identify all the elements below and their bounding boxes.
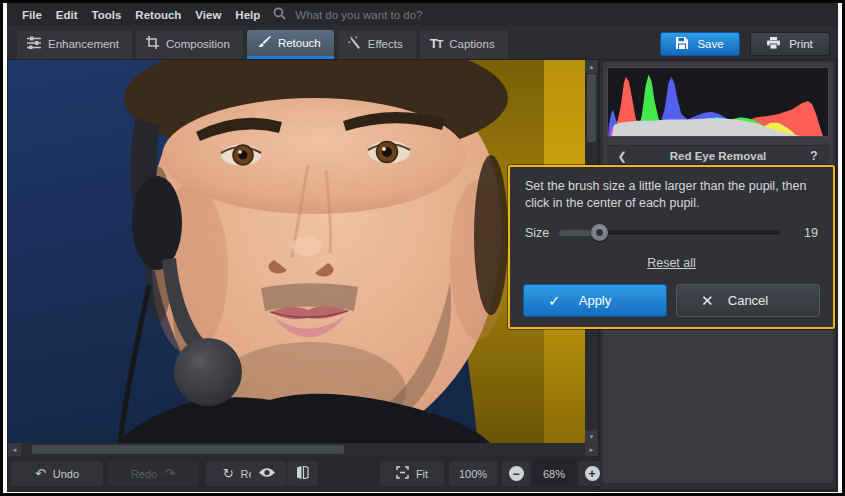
menu-help[interactable]: Help	[228, 9, 267, 21]
undo-label: Undo	[53, 468, 79, 480]
vertical-scroll-thumb[interactable]	[587, 74, 596, 142]
menu-tools[interactable]: Tools	[85, 9, 129, 21]
size-label: Size	[525, 226, 549, 240]
tab-label: Effects	[368, 38, 403, 50]
tab-retouch[interactable]: Retouch	[247, 30, 334, 59]
scroll-left-arrow[interactable]: ◄	[8, 443, 21, 456]
undo-button[interactable]: ↶ Undo	[11, 461, 103, 486]
search-icon	[273, 6, 286, 24]
help-icon[interactable]: ?	[799, 149, 829, 163]
reset-icon: ↻	[223, 467, 234, 480]
menu-view[interactable]: View	[188, 9, 228, 21]
preview-original-button[interactable]	[251, 461, 282, 486]
tab-label: Enhancement	[48, 38, 119, 50]
menu-retouch[interactable]: Retouch	[128, 9, 188, 21]
floppy-icon	[676, 37, 688, 51]
reset-all-link[interactable]: Reset all	[647, 256, 696, 270]
print-label: Print	[789, 38, 813, 50]
menu-file[interactable]: File	[15, 9, 49, 21]
redo-label: Redo	[131, 468, 157, 480]
printer-icon	[767, 37, 780, 51]
close-icon: ✕	[701, 292, 714, 310]
print-button[interactable]: Print	[750, 32, 830, 56]
size-slider-handle[interactable]	[591, 224, 608, 241]
size-value: 19	[790, 226, 818, 240]
crop-icon	[146, 36, 159, 51]
check-icon: ✓	[548, 292, 561, 310]
minus-icon: −	[509, 466, 524, 481]
top-actions: Save Print	[660, 26, 838, 59]
before-after-button[interactable]	[287, 461, 318, 486]
scroll-down-arrow[interactable]: ▼	[585, 430, 598, 443]
tool-panel-header: ❮ Red Eye Removal ?	[607, 145, 829, 167]
red-eye-removal-panel: Set the brush size a little larger than …	[508, 165, 835, 329]
rgb-histogram	[608, 68, 828, 136]
fit-label: Fit	[416, 468, 428, 480]
menu-edit[interactable]: Edit	[49, 9, 85, 21]
horizontal-scrollbar[interactable]: ◄ ►	[8, 443, 598, 456]
window-frame: File Edit Tools Retouch View Help Enhanc…	[3, 3, 842, 493]
bottom-toolbar: ↶ Undo Redo ↷ ↻ Reset	[8, 456, 598, 492]
sliders-icon	[27, 36, 41, 51]
fit-button[interactable]: Fit	[380, 461, 444, 486]
tool-title: Red Eye Removal	[637, 150, 799, 162]
cancel-label: Cancel	[728, 293, 768, 308]
instruction-text: Set the brush size a little larger than …	[510, 167, 833, 211]
tab-effects[interactable]: Effects	[338, 30, 416, 59]
tab-label: Captions	[449, 38, 494, 50]
photo-canvas[interactable]	[8, 60, 585, 443]
tab-captions[interactable]: TT Captions	[420, 30, 508, 59]
menubar: File Edit Tools Retouch View Help	[7, 3, 838, 26]
eye-icon	[259, 467, 275, 480]
horizontal-scroll-thumb[interactable]	[32, 445, 344, 454]
cancel-button[interactable]: ✕ Cancel	[676, 284, 820, 317]
search-box	[273, 3, 838, 26]
zoom-100-label: 100%	[459, 468, 487, 480]
zoom-level-display: 68%	[533, 461, 575, 486]
window-content: File Edit Tools Retouch View Help Enhanc…	[7, 3, 838, 492]
save-label: Save	[697, 38, 723, 50]
tab-composition[interactable]: Composition	[136, 30, 243, 59]
scroll-right-arrow[interactable]: ►	[585, 443, 598, 456]
search-input[interactable]	[293, 8, 593, 22]
save-button[interactable]: Save	[660, 32, 740, 56]
size-slider[interactable]	[559, 224, 780, 241]
compare-icon	[296, 466, 309, 481]
tab-label: Composition	[166, 38, 230, 50]
histogram-panel	[607, 67, 829, 137]
scroll-up-arrow[interactable]: ▲	[585, 60, 598, 73]
magic-wand-icon	[348, 36, 361, 51]
tabbar: Enhancement Composition Retouch Effects …	[7, 26, 838, 60]
portrait-photo	[8, 60, 585, 443]
undo-icon: ↶	[35, 467, 46, 480]
zoom-100-button[interactable]: 100%	[449, 461, 497, 486]
apply-button[interactable]: ✓ Apply	[523, 284, 667, 317]
photo-editor-window: File Edit Tools Retouch View Help Enhanc…	[0, 0, 845, 496]
redo-button[interactable]: Redo ↷	[108, 461, 198, 486]
main-area: ▲ ▼ ◄ ► ↶ Undo Redo ↷ ↻ Reset	[7, 60, 838, 492]
tab-label: Retouch	[278, 37, 321, 49]
brush-icon	[257, 36, 271, 51]
redo-icon: ↷	[164, 467, 175, 480]
plus-icon: +	[585, 466, 600, 481]
back-chevron-icon[interactable]: ❮	[607, 150, 637, 163]
tab-enhancement[interactable]: Enhancement	[17, 30, 132, 59]
panel-buttons: ✓ Apply ✕ Cancel	[523, 284, 820, 317]
fit-screen-icon	[396, 466, 409, 481]
apply-label: Apply	[579, 293, 612, 308]
reset-all-row: Reset all	[510, 253, 833, 271]
text-icon: TT	[430, 36, 443, 51]
zoom-out-button[interactable]: −	[502, 461, 530, 486]
size-row: Size 19	[525, 224, 818, 241]
